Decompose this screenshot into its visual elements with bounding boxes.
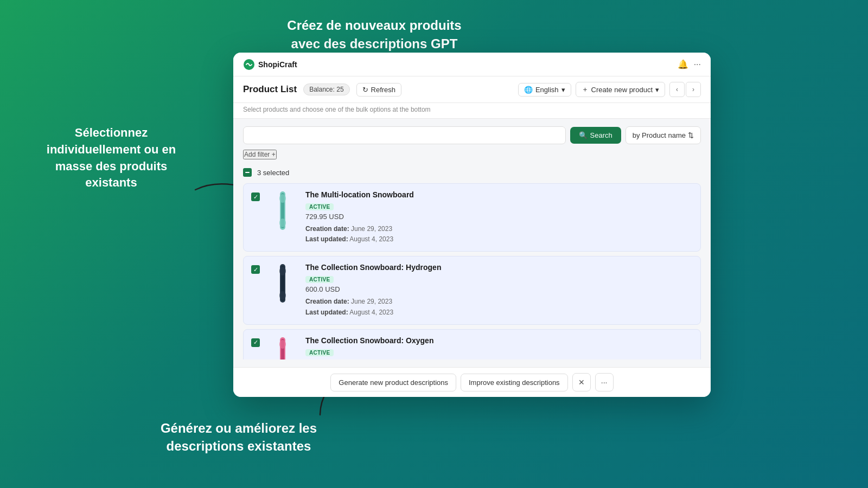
product-thumbnail-0: [266, 190, 299, 231]
status-badge-2: ACTIVE: [305, 349, 334, 356]
product-info-1: The Collection Snowboard: Hydrogen ACTIV…: [305, 263, 693, 317]
subtitle-text: Select products and choose one of the bu…: [243, 106, 431, 113]
product-checkbox-0[interactable]: ✓: [251, 192, 260, 201]
title-bar: ShopiCraft 🔔 ···: [233, 53, 711, 76]
improve-descriptions-button[interactable]: Improve existing descriptions: [461, 374, 568, 391]
product-item: ✓ The Collection Snowboard: Hydrogen ACT…: [243, 256, 701, 324]
create-product-label: Create new product: [591, 86, 653, 94]
chevron-down-icon: ▾: [655, 86, 659, 94]
svg-point-6: [279, 194, 286, 203]
selected-count-label: 3 selected: [257, 169, 289, 177]
product-checkbox-1[interactable]: ✓: [251, 265, 260, 274]
page-title: Product List: [243, 84, 297, 95]
product-list: ✓ The Multi-location Snowboard ACTIVE 72…: [243, 183, 701, 359]
search-icon: 🔍: [579, 131, 588, 139]
product-info-0: The Multi-location Snowboard ACTIVE 729.…: [305, 190, 693, 245]
indeterminate-checkbox[interactable]: [243, 168, 252, 177]
chevron-down-icon: ▾: [561, 86, 565, 94]
status-badge-1: ACTIVE: [305, 276, 334, 283]
checkmark-icon: ✓: [253, 339, 258, 345]
search-row: 🔍 Search by Product name ⇅: [243, 126, 701, 144]
svg-point-7: [279, 219, 286, 227]
app-name: ShopiCraft: [258, 60, 297, 69]
next-arrow-button[interactable]: ›: [686, 82, 701, 97]
close-icon: ✕: [578, 378, 585, 387]
bell-icon[interactable]: 🔔: [678, 59, 688, 69]
product-price-2: 1025.0 USD: [305, 358, 693, 359]
status-badge-0: ACTIVE: [305, 203, 334, 210]
product-meta-0: Creation date: June 29, 2023 Last update…: [305, 224, 693, 245]
product-info-2: The Collection Snowboard: Oxygen ACTIVE …: [305, 336, 693, 359]
close-button[interactable]: ✕: [572, 373, 591, 391]
nav-arrows: ‹ ›: [669, 82, 701, 97]
annotation-left-text: Sélectionnez individuellement ou en mass…: [47, 126, 176, 189]
app-logo: ShopiCraft: [243, 59, 297, 70]
checkmark-icon: ✓: [253, 267, 258, 273]
search-input[interactable]: [243, 126, 566, 144]
annotation-top-text: Créez de nouveaux produits avec des desc…: [287, 18, 461, 51]
more-actions-icon: ···: [601, 378, 608, 387]
indeterminate-line: [245, 172, 250, 173]
product-thumbnail-2: [266, 336, 299, 359]
more-actions-button[interactable]: ···: [595, 373, 614, 391]
svg-point-10: [279, 267, 286, 275]
logo-icon: [243, 59, 255, 70]
toolbar: Product List Balance: 25 ↻ Refresh 🌐 Eng…: [233, 76, 711, 103]
refresh-button[interactable]: ↻ Refresh: [356, 83, 402, 97]
product-image-2: [266, 336, 299, 359]
add-filter-label: Add filter +: [244, 151, 276, 158]
search-button[interactable]: 🔍 Search: [570, 127, 621, 144]
language-button[interactable]: 🌐 English ▾: [518, 83, 571, 97]
refresh-label: Refresh: [371, 86, 396, 94]
product-name-2: The Collection Snowboard: Oxygen: [305, 336, 693, 345]
bottom-action-bar: Generate new product descriptions Improv…: [233, 367, 711, 397]
subtitle-bar: Select products and choose one of the bu…: [233, 103, 711, 119]
improve-btn-label: Improve existing descriptions: [469, 378, 560, 387]
create-product-button[interactable]: ＋ Create new product ▾: [576, 82, 665, 97]
product-name-0: The Multi-location Snowboard: [305, 190, 693, 199]
sort-chevron-icon: ⇅: [688, 131, 694, 139]
search-button-label: Search: [590, 131, 612, 139]
product-checkbox-2[interactable]: ✓: [251, 338, 260, 347]
refresh-icon: ↻: [362, 86, 368, 94]
main-content: 🔍 Search by Product name ⇅ Add filter + …: [233, 119, 711, 367]
toolbar-left: Product List Balance: 25 ↻ Refresh: [243, 83, 401, 97]
product-price-0: 729.95 USD: [305, 213, 693, 221]
checkmark-icon: ✓: [253, 194, 258, 200]
toolbar-right: 🌐 English ▾ ＋ Create new product ▾ ‹ ›: [518, 82, 701, 97]
annotation-bottom-text: Générez ou améliorez les descriptions ex…: [161, 421, 317, 454]
annotation-bottom: Générez ou améliorez les descriptions ex…: [146, 419, 331, 455]
annotation-left: Sélectionnez individuellement ou en mass…: [27, 125, 195, 191]
app-window: ShopiCraft 🔔 ··· Product List Balance: 2…: [233, 53, 711, 397]
generate-descriptions-button[interactable]: Generate new product descriptions: [330, 374, 456, 391]
creation-date-label: Creation date:: [305, 298, 349, 305]
generate-btn-label: Generate new product descriptions: [339, 378, 448, 387]
sort-label: by Product name: [633, 131, 686, 139]
product-image-1: [266, 263, 299, 304]
more-options-icon[interactable]: ···: [694, 60, 701, 69]
language-label: English: [535, 86, 559, 94]
sort-button[interactable]: by Product name ⇅: [626, 126, 701, 144]
select-all-row: 3 selected: [243, 165, 701, 178]
product-item: ✓ The Multi-location Snowboard ACTIVE 72…: [243, 183, 701, 252]
product-item: ✓ The Collection Snowboard: Oxygen ACTIV…: [243, 329, 701, 359]
last-updated-label: Last updated:: [305, 235, 348, 243]
add-filter-button[interactable]: Add filter +: [243, 150, 277, 159]
product-name-1: The Collection Snowboard: Hydrogen: [305, 263, 693, 272]
svg-point-11: [279, 291, 286, 300]
product-meta-1: Creation date: June 29, 2023 Last update…: [305, 297, 693, 317]
svg-point-14: [279, 340, 286, 349]
last-updated-label: Last updated:: [305, 309, 348, 316]
annotation-top: Créez de nouveaux produits avec des desc…: [271, 16, 477, 53]
product-image-0: [266, 190, 299, 231]
product-thumbnail-1: [266, 263, 299, 304]
language-icon: 🌐: [524, 86, 533, 94]
prev-arrow-button[interactable]: ‹: [669, 82, 685, 97]
title-bar-actions: 🔔 ···: [678, 59, 701, 69]
create-icon: ＋: [582, 85, 589, 94]
balance-badge: Balance: 25: [303, 84, 349, 95]
creation-date-label: Creation date:: [305, 225, 349, 233]
filter-row: Add filter +: [243, 150, 701, 159]
product-price-1: 600.0 USD: [305, 285, 693, 293]
